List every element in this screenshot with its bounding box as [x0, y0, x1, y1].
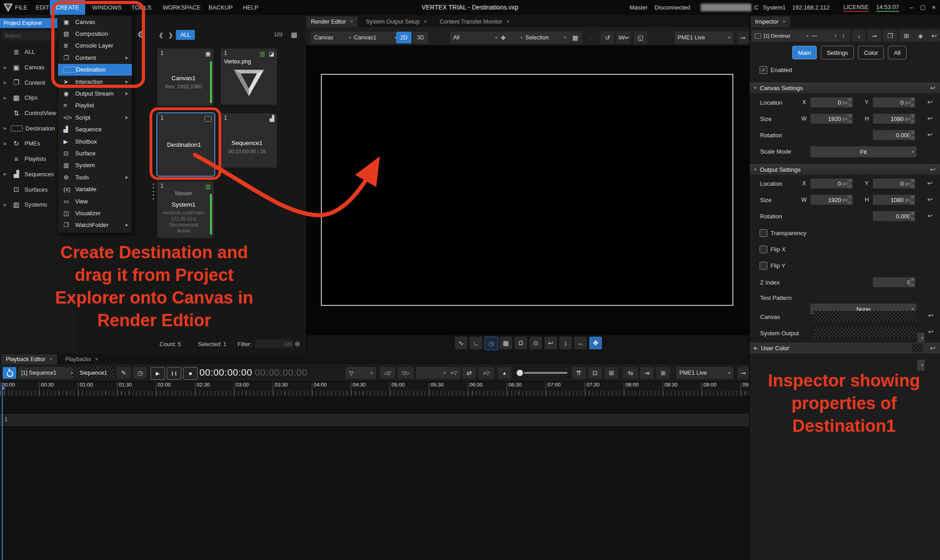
inspected-object-dropdown[interactable]: [1] Destinat ▾ [751, 30, 812, 42]
menubar-item[interactable]: BACKUP [208, 0, 233, 15]
output-location-x-field[interactable]: 0px [810, 179, 850, 188]
tab-close-icon[interactable]: × [49, 356, 53, 362]
panel-splitter-handle[interactable] [153, 183, 154, 202]
nudge-button[interactable]: ⇈ [572, 367, 586, 379]
spinner[interactable]: +− [847, 114, 853, 124]
system-output-dropdown[interactable] [814, 327, 917, 338]
filter-input[interactable]: 123 [255, 339, 294, 348]
canvas-size-h-field[interactable]: 1080px [873, 114, 913, 124]
spin-up-icon[interactable]: + [847, 114, 853, 119]
canvas-name-dropdown[interactable]: Canvas1▾ [351, 32, 400, 43]
spinner[interactable]: +− [910, 97, 915, 107]
uv-mode-icon[interactable]: UV↩ [616, 32, 631, 43]
pin-playback-icon[interactable]: ⊸ [738, 367, 749, 379]
flip-y-checkbox[interactable] [760, 262, 767, 270]
tree-expand-icon[interactable]: ▶ [4, 96, 11, 100]
spinner[interactable]: +− [910, 114, 915, 124]
spinner[interactable]: +− [910, 179, 915, 188]
goto-in-button[interactable]: ⇥ [640, 367, 654, 379]
z-index-field[interactable]: 0 [873, 277, 913, 287]
crop-transform-icon[interactable]: ◱ [634, 32, 647, 43]
spinner[interactable]: +− [847, 195, 853, 205]
tile-canvas1[interactable]: 1 ▣ Canvas1 Res: 1920,1080 [157, 48, 213, 106]
spin-down-icon[interactable]: − [847, 200, 853, 205]
reset-row-icon[interactable]: ↩ [928, 328, 934, 335]
tile-vertex-png[interactable]: 1 ▥ ◪ Vertex.png [221, 48, 277, 105]
canvas-reference-dropdown[interactable] [814, 311, 917, 322]
editor-tab[interactable]: System Output Setup × [361, 16, 431, 27]
output-size-w-field[interactable]: 1920px [810, 195, 850, 205]
playback-tab[interactable]: Playbacks × [61, 354, 103, 364]
spin-up-icon[interactable]: + [910, 97, 915, 102]
inspector-tab[interactable]: Inspector × [751, 16, 790, 27]
reset-row-icon[interactable]: ↩ [927, 131, 933, 138]
reset-section-icon[interactable]: ↩ [930, 344, 935, 352]
pan-move-icon[interactable]: ✥ [589, 337, 602, 349]
create-menu-item[interactable]: ◫ Visualizer [58, 207, 132, 219]
sequence-selector-dropdown[interactable]: [1] Sequence1▾ [18, 367, 76, 379]
output-size-h-field[interactable]: 1080px [873, 195, 913, 205]
cue-list-dropdown[interactable]: ▾ [416, 367, 449, 379]
spin-down-icon[interactable]: − [910, 283, 915, 288]
skip-cue-button[interactable]: »▽ [479, 367, 494, 379]
flip-x-checkbox[interactable] [760, 246, 767, 253]
maximize-button[interactable]: ▢ [920, 4, 925, 10]
spinner[interactable]: +− [910, 195, 915, 205]
play-button[interactable]: ▶ [150, 367, 165, 380]
menubar-item[interactable]: WORKSPACE [163, 0, 201, 15]
reset-row-icon[interactable]: ↩ [927, 212, 933, 219]
reset-section-icon[interactable]: ↩ [930, 166, 935, 173]
layer-filter-dropdown[interactable]: All▾ [450, 32, 500, 43]
fit-horizontal-icon[interactable]: ↔ [574, 337, 587, 349]
section-collapse-icon[interactable]: ▾ [754, 167, 756, 172]
visibility-icon[interactable]: ◈ [913, 30, 928, 42]
timeline-track-row[interactable]: 1 [0, 414, 749, 426]
tab-close-icon[interactable]: × [424, 19, 427, 25]
create-menu-item[interactable]: ▥ System [58, 159, 132, 171]
filter-clear-icon[interactable]: ⊗ [295, 340, 300, 348]
canvas-location-y-field[interactable]: 0px [873, 97, 913, 107]
create-menu-item[interactable]: (x) Variable [58, 183, 132, 195]
next-cue-button[interactable]: ▽▷ [398, 367, 413, 379]
output-settings-header[interactable]: ▾ Output Settings ↩ [750, 164, 940, 175]
snap-points-icon[interactable]: ∴ [585, 32, 596, 43]
section-expand-icon[interactable]: ▶ [754, 346, 757, 350]
move-tool-dropdown[interactable]: ✥▾ [498, 32, 526, 43]
spin-down-icon[interactable]: − [910, 217, 915, 222]
create-menu-item[interactable]: ▟ Sequence [58, 124, 132, 135]
canvas-location-x-field[interactable]: 0px [810, 97, 850, 107]
mode-3d-button[interactable]: 3D [413, 32, 428, 43]
reset-view-icon[interactable]: ↩ [544, 337, 557, 349]
reset-section-icon[interactable]: ↩ [930, 84, 935, 92]
prev-cue-button[interactable]: ◁▽ [380, 367, 395, 379]
fit-vertical-icon[interactable]: ↨ [559, 337, 572, 349]
editor-tab[interactable]: Content Transfer Monitor × [435, 16, 514, 27]
mode-2d-button[interactable]: 2D [396, 32, 412, 43]
tree-expand-icon[interactable]: ▶ [4, 126, 11, 130]
tab-close-icon[interactable]: × [350, 19, 353, 25]
spin-down-icon[interactable]: − [847, 103, 853, 108]
zoom-fit-button[interactable]: ⊞ [605, 367, 618, 379]
edit-sequence-icon[interactable]: ✎ [117, 367, 131, 379]
tree-expand-icon[interactable]: ▶ [4, 65, 11, 70]
nav-back-icon[interactable]: ❮ [159, 32, 164, 39]
expand-horizontal-button[interactable]: ⇆ [623, 367, 638, 379]
nav-forward-icon[interactable]: ❯ [168, 32, 173, 39]
user-color-header[interactable]: ▶ User Color ↩ [750, 343, 940, 353]
tab-close-icon[interactable]: × [782, 19, 785, 25]
canvas-type-dropdown[interactable]: Canvas▾ [311, 32, 354, 43]
reset-row-icon[interactable]: ↩ [927, 115, 933, 122]
spin-up-icon[interactable]: + [910, 211, 915, 216]
list-view-icon[interactable]: 123 [274, 32, 282, 37]
filter-all-button[interactable]: ALL [176, 30, 195, 40]
refresh-icon[interactable]: ↩ [928, 30, 940, 42]
canvas-settings-header[interactable]: ▾ Canvas Settings ↩ [750, 82, 940, 93]
pause-button[interactable]: ❙❙ [167, 367, 181, 380]
canvas-ref-caret[interactable]: ▾ [917, 333, 925, 343]
canvas-rotation-field[interactable]: 0.000 [873, 130, 913, 140]
inspector-mode-tab[interactable]: Settings [821, 46, 854, 59]
sequence-name-chip[interactable]: Sequence1 [73, 367, 114, 379]
spin-up-icon[interactable]: + [847, 195, 853, 200]
timecode-mode-icon[interactable]: ◷ [133, 367, 147, 379]
spin-up-icon[interactable]: + [910, 114, 915, 119]
